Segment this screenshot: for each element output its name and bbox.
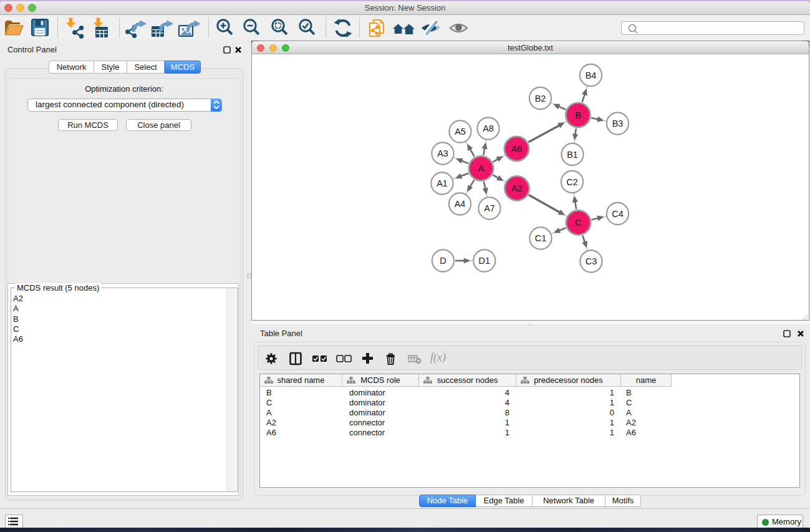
svg-text:C: C [575, 218, 581, 228]
svg-text:C3: C3 [586, 256, 597, 266]
svg-text:C4: C4 [612, 209, 624, 219]
svg-text:A2: A2 [511, 183, 523, 193]
svg-text:A6: A6 [511, 144, 523, 154]
svg-text:A1: A1 [436, 178, 448, 188]
svg-text:A5: A5 [455, 127, 466, 137]
svg-text:A3: A3 [437, 148, 448, 158]
svg-text:D1: D1 [479, 256, 491, 266]
svg-text:B1: B1 [567, 150, 578, 160]
svg-text:A7: A7 [484, 203, 495, 213]
svg-text:A4: A4 [455, 199, 466, 209]
svg-text:B4: B4 [586, 70, 597, 80]
svg-text:B2: B2 [535, 94, 546, 104]
svg-text:B3: B3 [612, 118, 624, 128]
svg-text:B: B [575, 110, 581, 120]
svg-text:A: A [478, 163, 485, 173]
svg-text:C1: C1 [535, 233, 547, 243]
svg-text:D: D [440, 256, 446, 266]
svg-text:A8: A8 [483, 123, 494, 133]
svg-text:C2: C2 [566, 177, 578, 187]
